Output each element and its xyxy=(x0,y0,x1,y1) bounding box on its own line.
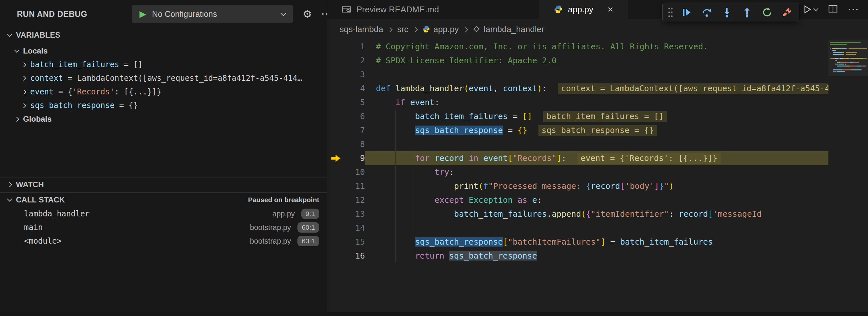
code-line[interactable]: 4def lambda_handler(event, context):cont… xyxy=(327,82,868,95)
code-line-text[interactable]: # SPDX-License-Identifier: Apache-2.0 xyxy=(365,54,868,67)
variable-row[interactable]: sqs_batch_response = {} xyxy=(0,99,327,112)
chevron-down-icon[interactable] xyxy=(813,6,819,11)
line-number[interactable]: 13 xyxy=(344,207,365,221)
step-out-icon[interactable] xyxy=(739,5,755,20)
variable-row[interactable]: batch_item_failures = [] xyxy=(0,58,327,71)
tab-app-py[interactable]: app.py × xyxy=(539,0,628,19)
code-line[interactable]: 15 sqs_batch_response["batchItemFailures… xyxy=(327,235,868,249)
gripper-icon[interactable] xyxy=(666,6,675,18)
tab-preview-readme[interactable]: Preview README.md xyxy=(327,0,539,19)
editor-more-actions-icon[interactable]: ··· xyxy=(848,5,860,13)
code-line-text[interactable]: sqs_batch_response = {}sqs_batch_respons… xyxy=(365,123,868,137)
breadcrumb-item-file[interactable]: app.py xyxy=(422,24,459,34)
globals-scope-node[interactable]: Globals xyxy=(0,112,327,126)
code-line[interactable]: 10 try: xyxy=(327,165,868,179)
code-line[interactable]: 6 batch_item_failures = []batch_item_fai… xyxy=(327,109,868,123)
code-line[interactable]: 7 sqs_batch_response = {}sqs_batch_respo… xyxy=(327,123,868,137)
breakpoint-margin[interactable] xyxy=(327,193,344,207)
minimap[interactable] xyxy=(829,39,868,316)
breakpoint-margin[interactable] xyxy=(327,54,344,67)
code-line[interactable]: 13 batch_item_failures.append({"itemIden… xyxy=(327,207,868,221)
line-number[interactable]: 12 xyxy=(344,193,365,207)
line-number[interactable]: 1 xyxy=(344,39,365,54)
line-number[interactable]: 2 xyxy=(344,54,365,67)
code-line-text[interactable]: batch_item_failures.append({"itemIdentif… xyxy=(365,207,868,221)
line-number[interactable]: 7 xyxy=(344,123,365,137)
code-line-text[interactable]: except Exception as e: xyxy=(365,193,868,207)
code-line[interactable]: 9 for record in event["Records"]:event =… xyxy=(327,151,868,165)
code-line[interactable]: 1# Copyright Amazon.com, Inc. or its aff… xyxy=(327,39,868,54)
breakpoint-margin[interactable] xyxy=(327,39,344,54)
variable-row[interactable]: event = {'Records': [{...}]} xyxy=(0,85,327,99)
line-number[interactable]: 14 xyxy=(344,221,365,235)
line-number[interactable]: 3 xyxy=(344,67,365,82)
line-number[interactable]: 4 xyxy=(344,82,365,95)
variable-row[interactable]: context = LambdaContext([aws_request_id=… xyxy=(0,71,327,85)
code-line[interactable]: 5 if event: xyxy=(327,95,868,109)
variables-section-header[interactable]: VARIABLES xyxy=(0,28,327,42)
code-line-text[interactable]: for record in event["Records"]:event = {… xyxy=(365,151,868,165)
breadcrumb-item-symbol[interactable]: lambda_handler xyxy=(473,24,544,34)
code-editor[interactable]: 1# Copyright Amazon.com, Inc. or its aff… xyxy=(327,39,868,316)
code-line-text[interactable]: print(f"Processed message: {record['body… xyxy=(365,179,868,193)
breakpoint-margin[interactable] xyxy=(327,95,344,109)
breakpoint-margin[interactable] xyxy=(327,207,344,221)
locals-scope-node[interactable]: Locals xyxy=(0,44,327,58)
line-number[interactable]: 8 xyxy=(344,137,365,151)
step-into-icon[interactable] xyxy=(718,5,735,20)
code-line-text[interactable]: # Copyright Amazon.com, Inc. or its affi… xyxy=(365,39,868,54)
restart-icon[interactable] xyxy=(759,5,776,20)
breakpoint-margin[interactable] xyxy=(327,82,344,95)
line-number[interactable]: 11 xyxy=(344,179,365,193)
breakpoint-margin[interactable] xyxy=(327,137,344,151)
line-number[interactable]: 10 xyxy=(344,165,365,179)
code-line[interactable]: 11 print(f"Processed message: {record['b… xyxy=(327,179,868,193)
code-line-text[interactable]: def lambda_handler(event, context):conte… xyxy=(365,82,868,95)
stack-frame[interactable]: lambda_handlerapp.py9:1 xyxy=(0,207,327,221)
breakpoint-margin[interactable] xyxy=(327,235,344,249)
code-line-text[interactable]: try: xyxy=(365,165,868,179)
code-line-text[interactable] xyxy=(365,67,868,82)
split-editor-icon[interactable] xyxy=(828,4,838,15)
code-line-text[interactable] xyxy=(365,137,868,151)
code-line[interactable]: 2# SPDX-License-Identifier: Apache-2.0 xyxy=(327,54,868,67)
code-line-text[interactable] xyxy=(365,221,868,235)
breakpoint-margin[interactable] xyxy=(327,221,344,235)
breakpoint-margin[interactable] xyxy=(327,179,344,193)
current-line-arrow-icon[interactable] xyxy=(327,151,344,165)
code-line-text[interactable]: sqs_batch_response["batchItemFailures"] … xyxy=(365,235,868,249)
watch-section-header[interactable]: WATCH xyxy=(0,178,327,192)
line-number[interactable]: 16 xyxy=(344,249,365,263)
breakpoint-margin[interactable] xyxy=(327,67,344,82)
breadcrumb-item-project[interactable]: sqs-lambda xyxy=(340,24,383,34)
run-python-file-button[interactable] xyxy=(803,4,818,14)
code-line[interactable]: 16 return sqs_batch_response xyxy=(327,249,868,263)
code-line-text[interactable]: batch_item_failures = []batch_item_failu… xyxy=(365,109,868,123)
tab-close-icon[interactable]: × xyxy=(608,4,613,14)
stack-frame[interactable]: <module>bootstrap.py63:1 xyxy=(0,234,327,248)
line-number[interactable]: 9 xyxy=(344,151,365,165)
code-line[interactable]: 14 xyxy=(327,221,868,235)
gear-icon[interactable]: ⚙ xyxy=(303,9,312,19)
breadcrumb-separator-icon xyxy=(388,27,393,32)
step-over-icon[interactable] xyxy=(699,5,715,20)
breakpoint-margin[interactable] xyxy=(327,109,344,123)
line-number[interactable]: 5 xyxy=(344,95,365,109)
continue-icon[interactable] xyxy=(678,5,695,20)
code-line[interactable]: 12 except Exception as e: xyxy=(327,193,868,207)
debug-config-dropdown[interactable]: ▶ No Configurations xyxy=(132,5,293,23)
line-number[interactable]: 6 xyxy=(344,109,365,123)
breakpoint-margin[interactable] xyxy=(327,123,344,137)
breakpoint-margin[interactable] xyxy=(327,165,344,179)
code-line-text[interactable]: return sqs_batch_response xyxy=(365,249,868,263)
stack-frame[interactable]: mainbootstrap.py60:1 xyxy=(0,221,327,234)
code-line[interactable]: 8 xyxy=(327,137,868,151)
breadcrumb-item-folder[interactable]: src xyxy=(397,24,408,34)
start-debugging-icon[interactable]: ▶ xyxy=(140,10,146,19)
call-stack-section-header[interactable]: CALL STACK Paused on breakpoint xyxy=(0,193,327,207)
line-number[interactable]: 15 xyxy=(344,235,365,249)
disconnect-icon[interactable] xyxy=(779,5,796,20)
code-line-text[interactable]: if event: xyxy=(365,95,868,109)
breakpoint-margin[interactable] xyxy=(327,249,344,263)
code-line[interactable]: 3 xyxy=(327,67,868,82)
